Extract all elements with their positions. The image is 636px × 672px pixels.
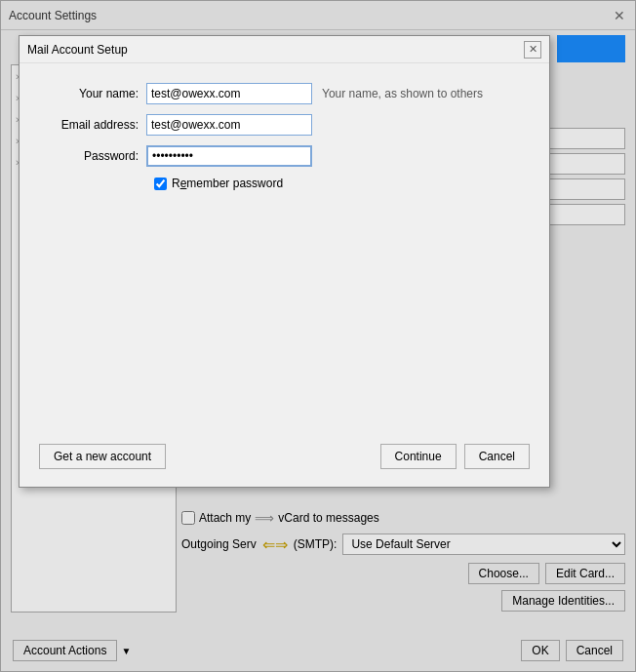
dialog-close-button[interactable]: ✕ bbox=[524, 41, 541, 59]
dialog-cancel-button[interactable]: Cancel bbox=[464, 444, 530, 469]
window-frame: Account Settings ✕ her people see › › › … bbox=[0, 0, 636, 672]
remember-text: Remember password bbox=[172, 177, 283, 190]
password-row: Password: bbox=[49, 145, 520, 167]
email-row: Email address: bbox=[49, 114, 520, 136]
dialog-body: Your name: Your name, as shown to others… bbox=[20, 63, 549, 434]
dialog-right-buttons: Continue Cancel bbox=[380, 444, 530, 469]
mail-account-setup-dialog: Mail Account Setup ✕ Your name: Your nam… bbox=[19, 35, 550, 488]
email-label: Email address: bbox=[49, 118, 146, 132]
get-new-account-button[interactable]: Get a new account bbox=[39, 444, 166, 469]
dialog-title-bar: Mail Account Setup ✕ bbox=[20, 36, 549, 63]
dialog-footer: Get a new account Continue Cancel bbox=[20, 434, 549, 487]
remember-password-row: Remember password bbox=[154, 177, 520, 190]
dialog-title: Mail Account Setup bbox=[27, 43, 128, 57]
password-input[interactable] bbox=[146, 145, 312, 167]
continue-button[interactable]: Continue bbox=[380, 444, 457, 469]
your-name-input[interactable] bbox=[146, 83, 312, 104]
your-name-row: Your name: Your name, as shown to others bbox=[49, 83, 520, 104]
your-name-label: Your name: bbox=[49, 87, 146, 100]
remember-label: Remember password bbox=[172, 177, 283, 190]
email-input[interactable] bbox=[146, 114, 312, 136]
password-label: Password: bbox=[49, 149, 146, 163]
remember-checkbox[interactable] bbox=[154, 178, 167, 190]
your-name-hint: Your name, as shown to others bbox=[322, 87, 483, 100]
modal-overlay: Mail Account Setup ✕ Your name: Your nam… bbox=[1, 1, 635, 671]
